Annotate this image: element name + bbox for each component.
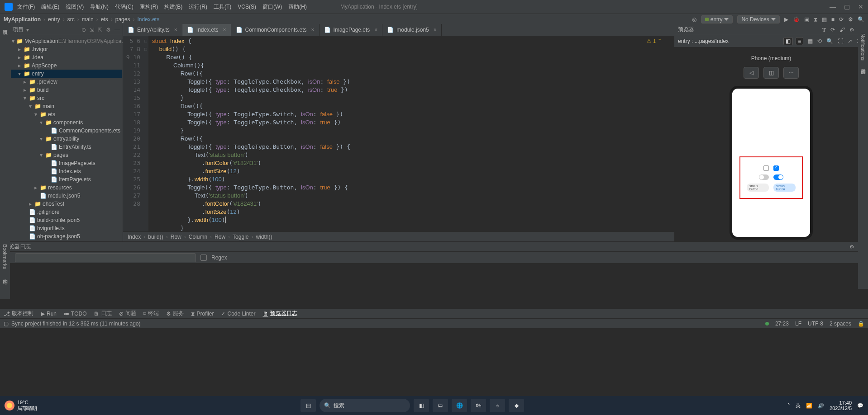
debug-button[interactable]: 🐞 [793,16,800,23]
tool-log[interactable]: 🗎日志 [94,310,112,317]
fold-gutter[interactable]: □ □ [143,36,148,231]
tree-item[interactable]: ▸📁ohosTest [11,200,122,208]
more-button[interactable]: ⋯ [783,67,799,79]
toggle-button-on[interactable]: status button [773,184,796,192]
editor-tab[interactable]: 📄CommonComponents.ets× [231,24,320,36]
maximize-button[interactable]: ▢ [844,3,850,10]
menu-code[interactable]: 代码(C) [115,3,134,11]
regex-checkbox[interactable] [200,255,207,261]
profiler-button[interactable]: ⧗ [814,16,817,23]
ime-indicator[interactable]: 英 [796,402,801,409]
editor-tab[interactable]: 📄module.json5× [382,24,441,36]
tree-item[interactable]: ▾📁pages [11,151,122,159]
panel-settings-icon[interactable]: ⚙ [106,27,111,33]
tree-item[interactable]: ▸📁AppScope [11,61,122,70]
caret-position[interactable]: 27:23 [775,321,789,327]
store-icon[interactable]: 🛍 [471,399,486,412]
tree-item[interactable]: ▸📁.idea [11,53,122,61]
bc-row2[interactable]: Row [215,234,225,240]
line-separator[interactable]: LF [795,321,801,327]
filter-input[interactable] [15,253,196,262]
close-button[interactable]: ✕ [858,3,863,10]
notifications-icon[interactable]: 💬 [857,403,863,409]
select-opened-icon[interactable]: ⊙ [81,27,86,33]
menu-vcs[interactable]: VCS(S) [238,4,256,10]
tree-item[interactable]: ▸📁build [11,86,122,94]
tree-item[interactable]: ▾📁main [11,102,122,110]
tree-item[interactable]: 📄CommonComponents.ets [11,127,122,135]
bc-width[interactable]: width() [256,234,272,240]
code-editor[interactable]: struct Index { build() { Row() { Column(… [148,36,674,231]
grid-icon[interactable]: ▦ [808,38,813,44]
menu-edit[interactable]: 编辑(E) [41,3,59,11]
brush-icon[interactable]: 🖌 [839,27,845,33]
bc-row[interactable]: Row [171,234,181,240]
menu-run[interactable]: 运行(R) [189,3,207,11]
bc-index[interactable]: Index [128,234,141,240]
tree-item[interactable]: ▾📁ets [11,110,122,118]
tool-services[interactable]: ⚙服务 [166,310,184,317]
toggle-button-off[interactable]: status button [747,184,769,192]
tray-chevron-icon[interactable]: ˄ [787,403,790,409]
menu-file[interactable]: 文件(F) [17,3,35,11]
indent-info[interactable]: 2 spaces [830,321,851,327]
console-settings-icon[interactable]: ⚙ [849,244,854,250]
tool-run[interactable]: ▶Run [41,311,57,317]
crumb-file[interactable]: Index.ets [137,16,159,23]
edge-icon[interactable]: 🌐 [452,399,467,412]
settings-icon[interactable]: ⚙ [848,16,853,23]
tree-item[interactable]: ▾📁entryability [11,135,122,143]
tool-todo[interactable]: ≔TODO [64,311,86,317]
tree-item[interactable]: 📄build-profile.json5 [11,216,122,224]
close-icon[interactable]: × [174,27,177,33]
menu-navigate[interactable]: 导航(N) [90,3,109,11]
close-icon[interactable]: × [374,27,377,33]
crumb-pages[interactable]: pages [115,16,130,23]
menu-help[interactable]: 帮助(H) [288,3,307,11]
console-body[interactable] [0,263,868,308]
crumb-entry[interactable]: entry [48,16,60,23]
tree-item[interactable]: ▾📁src [11,94,122,102]
tree-item[interactable]: 📄.gitignore [11,208,122,216]
crumb-project[interactable]: MyApplication [4,16,41,23]
bc-build[interactable]: build() [148,234,163,240]
menu-tools[interactable]: 工具(T) [214,3,231,11]
tree-item[interactable]: ▾📁components [11,118,122,127]
rail-notifications[interactable]: Notifications [860,33,866,61]
tree-item[interactable]: 📄ItemPage.ets [11,175,122,184]
file-encoding[interactable]: UTF-8 [808,321,823,327]
clock-date[interactable]: 2023/12/5 [830,406,852,411]
editor-tab[interactable]: 📄ImagePage.ets× [320,24,383,36]
zoom-icon[interactable]: 🔍 [826,38,833,44]
tree-item[interactable]: ▾📁entry [11,70,122,78]
menu-window[interactable]: 窗口(W) [262,3,282,11]
tree-item[interactable]: 📄EntryAbility.ts [11,143,122,151]
inspection-summary[interactable]: ⚠1⌃ [647,38,662,44]
minimize-button[interactable]: — [830,3,836,10]
crumb-main[interactable]: main [82,16,94,23]
switch-on[interactable] [773,174,783,180]
search-icon[interactable]: 🔍 [858,16,864,23]
close-icon[interactable]: × [311,27,315,33]
tree-item[interactable]: 📄Index.ets [11,167,122,175]
start-button[interactable]: ▤ [300,399,316,412]
refresh-icon[interactable]: ⟳ [830,27,835,33]
checkbox-on[interactable] [773,165,779,171]
split-button[interactable]: ◫ [763,67,779,79]
coverage-button[interactable]: ▣ [804,16,809,23]
tool-problems[interactable]: ⊘问题 [119,310,136,317]
bc-column[interactable]: Column [189,234,207,240]
project-tree[interactable]: ▾📁MyApplication E:\HarmonyOS\MyApplicati… [10,35,123,241]
menu-refactor[interactable]: 重构(R) [140,3,158,11]
weather-widget[interactable]: 19°C局部晴朗 [5,400,37,412]
tool-codelinter[interactable]: ✓Code Linter [221,311,255,317]
editor-tab[interactable]: 📄Index.ets× [182,24,231,36]
switch-off[interactable] [759,174,769,180]
run-config-selector[interactable]: entry [701,15,733,24]
run-button[interactable]: ▶ [784,16,788,23]
rotate-icon[interactable]: ⟲ [817,38,822,44]
preview-settings-icon[interactable]: ⚙ [849,27,854,33]
explorer-icon[interactable]: 🗂 [433,399,448,412]
menu-build[interactable]: 构建(B) [164,3,182,11]
expand-all-icon[interactable]: ⇲ [90,27,94,33]
